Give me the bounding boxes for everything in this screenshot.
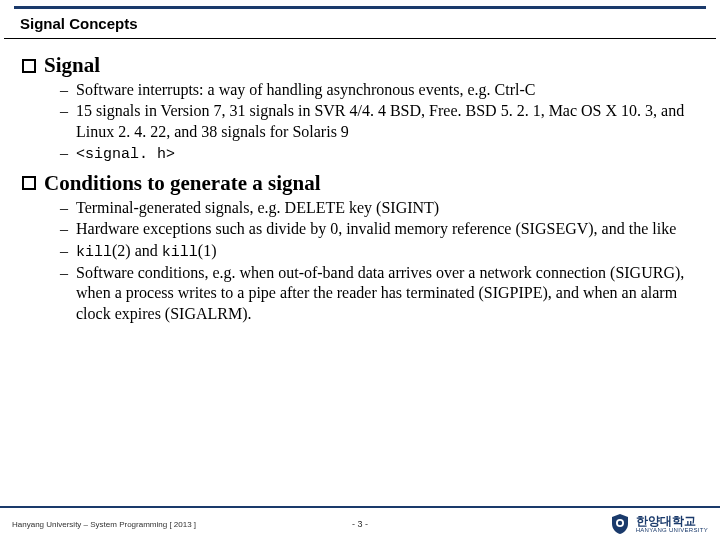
- code-text: kill: [76, 244, 112, 261]
- shield-icon: [608, 512, 632, 536]
- heading-signal-text: Signal: [44, 53, 100, 78]
- text: (2) and: [112, 242, 162, 259]
- code-text: kill: [162, 244, 198, 261]
- list-item: <signal. h>: [60, 143, 698, 164]
- checkbox-bullet-icon: [22, 176, 36, 190]
- heading-signal: Signal: [22, 53, 698, 78]
- slide-content: Signal Software interrupts: a way of han…: [0, 39, 720, 324]
- conditions-list: Terminal-generated signals, e.g. DELETE …: [60, 198, 698, 325]
- logo-english: HANYANG UNIVERSITY: [636, 527, 708, 533]
- footer-logo: 한양대학교 HANYANG UNIVERSITY: [608, 512, 708, 536]
- footer: Hanyang University – System Programming …: [0, 506, 720, 540]
- signal-list: Software interrupts: a way of handling a…: [60, 80, 698, 165]
- list-item: Software interrupts: a way of handling a…: [60, 80, 698, 100]
- logo-text: 한양대학교 HANYANG UNIVERSITY: [636, 515, 708, 533]
- list-item: Terminal-generated signals, e.g. DELETE …: [60, 198, 698, 218]
- list-item: Software conditions, e.g. when out-of-ba…: [60, 263, 698, 324]
- list-item: 15 signals in Version 7, 31 signals in S…: [60, 101, 698, 142]
- section-title: Signal Concepts: [4, 9, 716, 39]
- text: (1): [198, 242, 217, 259]
- list-item: Hardware exceptions such as divide by 0,…: [60, 219, 698, 239]
- svg-point-1: [617, 521, 621, 525]
- code-text: <signal. h>: [76, 146, 175, 163]
- footer-page-number: - 3 -: [352, 519, 368, 529]
- list-item: kill(2) and kill(1): [60, 241, 698, 262]
- heading-conditions-text: Conditions to generate a signal: [44, 171, 321, 196]
- heading-conditions: Conditions to generate a signal: [22, 171, 698, 196]
- logo-korean: 한양대학교: [636, 515, 708, 527]
- footer-left: Hanyang University – System Programming …: [12, 520, 196, 529]
- checkbox-bullet-icon: [22, 59, 36, 73]
